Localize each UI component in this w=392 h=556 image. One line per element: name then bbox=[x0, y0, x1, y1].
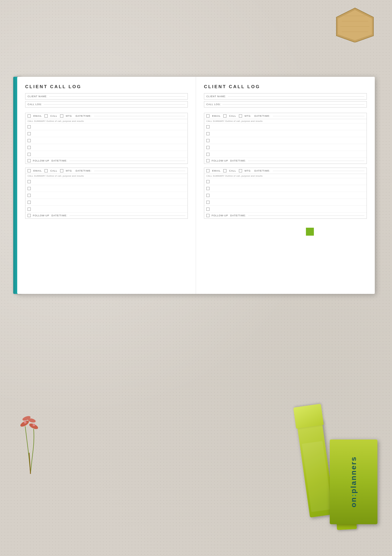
follow-checkbox-2[interactable] bbox=[28, 214, 31, 217]
follow-date-label-1: DATE/TIME: bbox=[51, 159, 67, 162]
item-checkbox-4-2[interactable] bbox=[206, 187, 210, 190]
follow-date-label-3: DATE/TIME: bbox=[230, 159, 246, 162]
call-label-3: CALL bbox=[229, 115, 236, 117]
summary-row-2: CALL SUMMARY Outline of call, purpose an… bbox=[25, 174, 188, 178]
follow-checkbox-3[interactable] bbox=[206, 159, 210, 162]
email-label-3: EMAIL bbox=[212, 115, 221, 117]
item-checkbox-1-2[interactable] bbox=[28, 132, 31, 135]
item-checkbox-3-3[interactable] bbox=[206, 139, 210, 142]
call-label-4: CALL bbox=[229, 169, 236, 172]
log-header-1: EMAIL CALL MTG DATE/TIME: bbox=[25, 113, 188, 119]
checkbox-email-3[interactable] bbox=[206, 114, 210, 118]
log-item-4-4 bbox=[204, 199, 367, 206]
log-item-3-4 bbox=[204, 144, 367, 151]
item-checkbox-2-3[interactable] bbox=[28, 194, 31, 197]
log-entry-3: EMAIL CALL MTG DATE/TIME: CALL SUMMARY O… bbox=[204, 113, 367, 164]
brand-container: on:planners bbox=[330, 440, 377, 524]
follow-date-label-2: DATE/TIME: bbox=[51, 214, 67, 217]
mtg-label-1: MTG bbox=[66, 115, 72, 117]
call-log-field-right[interactable]: CALL LOG: bbox=[204, 101, 367, 107]
checkbox-mtg-3[interactable] bbox=[239, 114, 242, 118]
follow-up-row-1: FOLLOW-UP DATE/TIME: bbox=[25, 158, 188, 164]
follow-label-4: FOLLOW-UP bbox=[212, 214, 228, 217]
datetime-label-3: DATE/TIME: bbox=[255, 115, 270, 117]
log-item-4-1 bbox=[204, 178, 367, 185]
item-checkbox-3-1[interactable] bbox=[206, 125, 210, 128]
follow-up-row-3: FOLLOW-UP DATE/TIME: bbox=[204, 158, 367, 164]
datetime-label-1: DATE/TIME: bbox=[76, 115, 92, 117]
checkbox-email-2[interactable] bbox=[28, 169, 31, 172]
follow-label-3: FOLLOW-UP bbox=[212, 159, 228, 162]
log-item-4-3 bbox=[204, 192, 367, 199]
brand-text: on:planners bbox=[349, 456, 358, 507]
brand-box: on:planners bbox=[330, 440, 377, 524]
datetime-label-2: DATE/TIME: bbox=[76, 169, 92, 172]
svg-point-6 bbox=[19, 419, 30, 428]
brand-colon: : bbox=[349, 494, 358, 497]
item-checkbox-2-4[interactable] bbox=[28, 201, 31, 204]
green-sticky-note bbox=[306, 228, 314, 236]
hex-decoration bbox=[334, 5, 376, 42]
log-item-1-3 bbox=[25, 137, 188, 144]
email-label-4: EMAIL bbox=[212, 169, 221, 172]
follow-up-row-2: FOLLOW-UP DATE/TIME: bbox=[25, 213, 188, 218]
item-checkbox-4-5[interactable] bbox=[206, 208, 210, 211]
brand-on: on bbox=[349, 497, 358, 507]
checkbox-call-3[interactable] bbox=[223, 114, 226, 118]
item-checkbox-3-4[interactable] bbox=[206, 146, 210, 149]
log-item-4-2 bbox=[204, 185, 367, 192]
log-item-3-5 bbox=[204, 151, 367, 158]
client-name-label-right: CLIENT NAME: bbox=[206, 95, 226, 98]
checkbox-mtg-2[interactable] bbox=[60, 169, 63, 172]
page-right: CLIENT CALL LOG CLIENT NAME: CALL LOG: E… bbox=[196, 77, 375, 294]
log-item-4-5 bbox=[204, 206, 367, 213]
item-checkbox-4-4[interactable] bbox=[206, 201, 210, 204]
item-checkbox-1-5[interactable] bbox=[28, 153, 31, 156]
notebook: CLIENT CALL LOG CLIENT NAME: CALL LOG: E… bbox=[17, 77, 375, 294]
item-checkbox-1-4[interactable] bbox=[28, 146, 31, 149]
item-checkbox-3-2[interactable] bbox=[206, 132, 210, 135]
item-checkbox-2-5[interactable] bbox=[28, 208, 31, 211]
checkbox-call-2[interactable] bbox=[44, 169, 48, 172]
item-checkbox-1-1[interactable] bbox=[28, 125, 31, 128]
email-label-1: EMAIL bbox=[33, 115, 42, 117]
log-item-3-1 bbox=[204, 123, 367, 130]
log-item-2-5 bbox=[25, 206, 188, 213]
item-checkbox-2-1[interactable] bbox=[28, 180, 31, 183]
follow-checkbox-4[interactable] bbox=[206, 214, 210, 217]
right-page-title: CLIENT CALL LOG bbox=[204, 84, 367, 89]
item-checkbox-4-3[interactable] bbox=[206, 194, 210, 197]
email-label-2: EMAIL bbox=[33, 169, 42, 172]
log-item-2-2 bbox=[25, 185, 188, 192]
log-item-2-4 bbox=[25, 199, 188, 206]
checkbox-email-1[interactable] bbox=[28, 114, 31, 118]
svg-point-10 bbox=[24, 421, 26, 424]
follow-checkbox-1[interactable] bbox=[28, 159, 31, 162]
svg-point-11 bbox=[33, 424, 35, 426]
checkbox-email-4[interactable] bbox=[206, 169, 210, 172]
follow-label-1: FOLLOW-UP bbox=[33, 159, 49, 162]
call-log-field-left[interactable]: CALL LOG: bbox=[25, 101, 188, 107]
log-item-1-4 bbox=[25, 144, 188, 151]
page-left: CLIENT CALL LOG CLIENT NAME: CALL LOG: E… bbox=[17, 77, 196, 294]
log-entry-4: EMAIL CALL MTG DATE/TIME: CALL SUMMARY O… bbox=[204, 168, 367, 219]
follow-date-label-4: DATE/TIME: bbox=[230, 214, 246, 217]
highlighter-1 bbox=[303, 421, 328, 516]
item-checkbox-3-5[interactable] bbox=[206, 153, 210, 156]
call-log-label-right: CALL LOG: bbox=[206, 103, 221, 106]
checkbox-call-1[interactable] bbox=[44, 114, 48, 118]
log-entry-2: EMAIL CALL MTG DATE/TIME: CALL SUMMARY O… bbox=[25, 168, 188, 219]
datetime-label-4: DATE/TIME: bbox=[255, 169, 270, 172]
client-name-field-left[interactable]: CLIENT NAME: bbox=[25, 93, 188, 100]
left-page-title: CLIENT CALL LOG bbox=[25, 84, 188, 89]
client-name-field-right[interactable]: CLIENT NAME: bbox=[204, 93, 367, 100]
item-checkbox-2-2[interactable] bbox=[28, 187, 31, 190]
checkbox-mtg-4[interactable] bbox=[239, 169, 242, 172]
item-checkbox-4-1[interactable] bbox=[206, 180, 210, 183]
checkbox-call-4[interactable] bbox=[223, 169, 226, 172]
log-header-2: EMAIL CALL MTG DATE/TIME: bbox=[25, 168, 188, 174]
item-checkbox-1-3[interactable] bbox=[28, 139, 31, 142]
log-header-3: EMAIL CALL MTG DATE/TIME: bbox=[204, 113, 367, 119]
mtg-label-2: MTG bbox=[66, 169, 72, 172]
checkbox-mtg-1[interactable] bbox=[60, 114, 63, 118]
